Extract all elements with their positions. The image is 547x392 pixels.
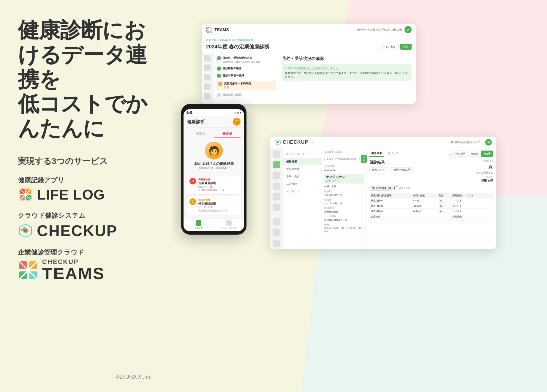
cu-sidebar-data[interactable]: [273, 240, 280, 247]
phone-item-2-chevron: ›: [237, 198, 238, 202]
phone-status-icons: ▲ ◉ ■: [234, 111, 241, 114]
cu-nav-reception[interactable]: 受診者管理: [283, 165, 322, 173]
checkup-detail-tabs: 健診結果 健診メモ アプリに表示 確定済 確定済: [369, 151, 493, 157]
phone-user-avatar: 😊: [233, 118, 241, 126]
status-check-icon: ✓ すべての従業員が受診を完了しました。: [285, 66, 409, 70]
phone-nav-prescription-icon: [226, 220, 232, 226]
teams-category: 企業健診管理クラウド: [18, 248, 157, 257]
overall-comment: すべて異常なし: [476, 171, 493, 174]
confirm-button-2[interactable]: 確定済: [481, 151, 493, 157]
result-bp-comment: 判定理由: [451, 214, 493, 219]
teams-app-header: TEAMS 施設名が入る最大文字数14- 山田 大郎 大: [202, 24, 416, 36]
cu-sidebar-settings[interactable]: [273, 229, 280, 236]
overall-grade-label: 総合判定: [476, 159, 493, 163]
cu-nav-results[interactable]: 健診結果: [283, 158, 322, 165]
result-bp-value: —: [412, 214, 437, 219]
result-1-name: 検査項目01: [369, 198, 412, 203]
exam-type-label: 検診種別: [324, 206, 364, 210]
phone-health-item-1[interactable]: D 要精密検査 定期健康診断 2023年4月1日 長良岐阜病院健診センター ›: [186, 176, 241, 194]
teams-text: CHECKUP TEAMS: [42, 259, 105, 282]
teams-page-title: 2024年度 春の定期健康診断: [206, 43, 269, 50]
checkup-header-separator: ≡: [311, 141, 313, 144]
confirm-button-1[interactable]: 確定済: [469, 151, 480, 157]
cu-sidebar-dashboard[interactable]: [273, 151, 280, 158]
sidebar-icon-4[interactable]: [204, 83, 211, 90]
step-5-indicator: [217, 93, 221, 97]
step-4-indicator: 4: [218, 82, 222, 86]
result-title-row: 健診結果 総合コメント 前回の検査結果 総合判定 A すべて異常なし: [369, 159, 493, 183]
cu-tab-results[interactable]: 健診結果: [369, 151, 384, 157]
phone-health-item-2[interactable]: C 要経過観察 特定健診診断 2022年4月1日 長良岐阜病院健診センター ›: [186, 196, 241, 215]
phone-screenshot: 9:41 ▲ ◉ ■ 健康診断 😊 未受診 受診済 🧑 山田 太郎さんの健診結果: [181, 104, 246, 235]
sidebar-icon-3[interactable]: [204, 74, 211, 80]
previous-results-button[interactable]: 前回の検査結果: [391, 167, 413, 172]
phone-title-bar: 健康診断 😊: [184, 116, 244, 128]
step-3-check: ✓: [217, 74, 221, 78]
cu-sidebar-appointment[interactable]: [273, 183, 280, 190]
services-label: 実現する3つのサービス: [18, 156, 157, 167]
phone-health-items: D 要精密検査 定期健康診断 2023年4月1日 長良岐阜病院健診センター › …: [184, 174, 244, 218]
overall-result: 総合判定 A すべて異常なし 担当医 伊藤 次郎: [476, 159, 493, 183]
result-row-3: 検査項目03 自由入力 A コメント: [369, 209, 493, 214]
checkup-logo: CHECKUP: [18, 222, 157, 240]
result-3-name: 検査項目03: [369, 209, 412, 214]
phone-screen: 9:41 ▲ ◉ ■ 健康診断 😊 未受診 受診済 🧑 山田 太郎さんの健診結果: [184, 109, 244, 231]
checkup-search-row: 検索: [324, 155, 364, 163]
teams-cancel-button[interactable]: キャンセル: [380, 44, 399, 50]
checkup-header-icon: [274, 139, 281, 146]
cu-sidebar-messages[interactable]: [273, 204, 280, 211]
results-table: 検査項目 (判定基準) 今回の検査 判定 判定理由／コメント 検査項目01 ++…: [369, 193, 493, 219]
teams-step-3: ✓ 健診対象者の登録: [217, 74, 276, 78]
cu-sidebar-results[interactable]: [273, 161, 280, 168]
result-3-grade: A: [437, 209, 450, 214]
phone-tab-mishindan[interactable]: 未受診: [187, 129, 214, 138]
checkup-search-input[interactable]: [324, 157, 360, 161]
lifelog-logo: LIFE LOG: [18, 186, 157, 203]
teams-app-body: ✓ 健診名・受診期間の入力 2024年07月01日〜2024年11月30日 ✓ …: [202, 53, 416, 104]
sidebar-icon-5[interactable]: [204, 93, 211, 99]
checkup-section: クラウド健診システム CHECKUP: [18, 211, 157, 240]
lifelog-text: LIFE LOG: [37, 186, 105, 203]
patient-id-value: 000000001: [324, 169, 364, 172]
compare-checkbox-label: 過去と比較: [394, 186, 411, 190]
phone-nav-health[interactable]: 健康診断: [184, 220, 214, 229]
teams-save-button[interactable]: 保存: [400, 44, 412, 50]
cu-sidebar-secondary[interactable]: [273, 193, 280, 200]
teams-steps-panel: ✓ 健診名・受診期間の入力 2024年07月01日〜2024年11月30日 ✓ …: [217, 56, 276, 100]
checkup-search-button[interactable]: 検索: [361, 155, 367, 163]
phone-item-1-title: 定期健康診断: [198, 181, 227, 185]
phone-item-2-date: 2022年4月1日: [198, 206, 227, 209]
filter-select[interactable]: すべての検査: [369, 186, 393, 191]
exam-date-label: 受診日: [324, 190, 364, 193]
patient-gender: 女性: [332, 185, 336, 188]
cu-nav-secondary[interactable]: 二次検診: [283, 180, 322, 188]
phone-tab-jushinsumi[interactable]: 受診済: [214, 129, 241, 138]
teams-app-sidebar: [202, 53, 213, 104]
sidebar-icon-2[interactable]: [204, 64, 211, 71]
patient-age: 45歳: [324, 185, 329, 188]
compare-checkbox[interactable]: [394, 186, 398, 190]
cu-nav-dashboard[interactable]: ダッシュボード: [283, 151, 322, 158]
result-3-comment: コメント: [451, 209, 493, 214]
teams-avatar: 大: [404, 26, 412, 33]
cu-sidebar-master[interactable]: [273, 218, 280, 225]
overall-grade-value: A: [476, 163, 493, 171]
cu-nav-messages[interactable]: メッセージ: [283, 188, 322, 195]
cu-nav-booking[interactable]: 予約・受付: [283, 173, 322, 180]
result-row-2: 検査項目02 -6830.5+ A コメント: [369, 203, 493, 209]
phone-badge-d: D: [189, 178, 196, 184]
app-display-button[interactable]: アプリに表示: [449, 151, 467, 157]
patient-name-kana: ヤマダ ハナコ: [326, 175, 362, 179]
patient-name-kanji: 山田 花子: [326, 179, 362, 182]
cu-tab-memo[interactable]: 健診メモ: [386, 151, 400, 157]
phone-nav-prescription[interactable]: 処方箋・健診受付: [214, 220, 244, 229]
cu-sidebar-management[interactable]: [273, 172, 280, 179]
phone-item-1-place: 長良岐阜病院健診センター: [198, 189, 227, 192]
patient-selected-row[interactable]: ヤマダ ハナコ 山田 花子: [324, 174, 364, 184]
step-1-check: ✓: [217, 56, 221, 60]
add-comment-button[interactable]: 総合コメント: [369, 167, 389, 172]
sidebar-icon-1[interactable]: [204, 55, 211, 61]
phone-user-name: 山田 太郎さんの健診結果: [194, 161, 234, 166]
phone-item-2-title: 特定健診診断: [198, 202, 227, 206]
teams-title-row: 2024年度 春の定期健康診断 キャンセル 保存: [206, 43, 412, 50]
